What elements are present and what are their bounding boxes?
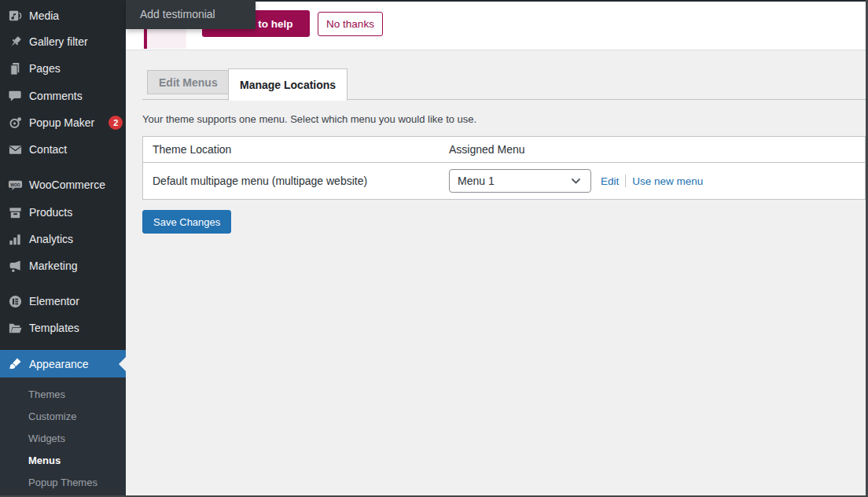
pin-icon: [7, 34, 23, 50]
sidebar-item-label: Marketing: [29, 260, 77, 272]
table-header-row: Theme Location Assigned Menu: [143, 137, 865, 163]
sidebar-item-pages[interactable]: Pages: [0, 55, 126, 82]
use-new-menu-link[interactable]: Use new menu: [632, 175, 703, 187]
sidebar-item-templates[interactable]: Templates: [0, 315, 126, 341]
sidebar-item-analytics[interactable]: Analytics: [0, 226, 126, 252]
sidebar-item-label: Popup Maker: [29, 116, 94, 129]
sidebar-item-label: Elementor: [29, 295, 79, 307]
column-header-assigned-menu: Assigned Menu: [449, 137, 525, 163]
envelope-icon: [7, 142, 23, 157]
menu-locations-table: Theme Location Assigned Menu Default mul…: [142, 136, 866, 200]
sidebar-item-label: Appearance: [29, 358, 89, 370]
sidebar-item-contact[interactable]: Contact: [0, 136, 126, 163]
submenu-item-widgets[interactable]: Widgets: [0, 428, 126, 450]
sidebar-item-marketing[interactable]: Marketing: [0, 252, 126, 279]
sidebar-item-popup-maker[interactable]: Popup Maker 2: [0, 109, 126, 136]
sidebar-item-label: Analytics: [29, 233, 73, 245]
assigned-menu-cell: Menu 1 Edit Use new menu: [449, 169, 703, 193]
sidebar-item-label: Media: [29, 9, 59, 22]
analytics-icon: [7, 231, 23, 247]
sidebar-item-products[interactable]: Products: [0, 199, 126, 226]
link-separator: [625, 175, 626, 187]
sidebar-item-media[interactable]: Media: [0, 2, 126, 29]
add-testimonial-flyout[interactable]: Add testimonial: [126, 0, 256, 29]
sidebar-item-label: Pages: [29, 62, 61, 75]
submenu-item-menus[interactable]: Menus: [0, 450, 126, 472]
table-row: Default multipage menu (multipage websit…: [143, 163, 865, 199]
wordpress-admin-window: I'd love to help No thanks Edit Menus Ma…: [0, 0, 868, 497]
theme-menu-description: Your theme supports one menu. Select whi…: [142, 113, 476, 125]
svg-text:WOO: WOO: [10, 182, 20, 186]
sidebar-item-label: Products: [29, 206, 72, 219]
assigned-menu-selected-value: Menu 1: [458, 175, 495, 187]
column-header-theme-location: Theme Location: [153, 137, 231, 163]
sidebar-item-woocommerce[interactable]: WOO WooCommerce: [0, 171, 126, 198]
active-menu-arrow: [119, 357, 126, 371]
appearance-submenu: Themes Customize Widgets Menus Popup The…: [0, 377, 126, 495]
elementor-icon: [7, 293, 23, 309]
popup-maker-icon: [7, 115, 23, 131]
tab-edit-menus-label: Edit Menus: [159, 76, 218, 89]
appearance-brush-icon: [7, 356, 23, 372]
save-changes-button[interactable]: Save Changes: [142, 210, 231, 234]
sidebar-item-label: Comments: [29, 90, 83, 102]
tab-manage-locations[interactable]: Manage Locations: [228, 68, 348, 101]
products-icon: [7, 204, 23, 220]
sidebar-item-gallery-filter[interactable]: Gallery filter: [0, 28, 126, 55]
woocommerce-icon: WOO: [7, 177, 23, 193]
sidebar-item-label: Templates: [29, 322, 79, 334]
submenu-item-popup-themes[interactable]: Popup Themes: [0, 472, 126, 494]
sidebar-item-label: Gallery filter: [29, 35, 88, 48]
templates-folder-icon: [7, 320, 23, 336]
pages-icon: [7, 61, 23, 76]
no-thanks-button[interactable]: No thanks: [318, 12, 383, 36]
sidebar-item-appearance[interactable]: Appearance: [0, 350, 126, 377]
sidebar-item-comments[interactable]: Comments: [0, 83, 126, 109]
admin-sidebar: Media Gallery filter: [0, 0, 126, 497]
submenu-item-themes[interactable]: Themes: [0, 384, 126, 406]
sidebar-item-elementor[interactable]: Elementor: [0, 288, 126, 315]
theme-location-cell: Default multipage menu (multipage websit…: [153, 175, 367, 187]
chevron-down-icon: [571, 175, 581, 187]
assigned-menu-select[interactable]: Menu 1: [449, 169, 591, 193]
tab-manage-locations-label: Manage Locations: [240, 79, 336, 91]
media-icon: [7, 8, 23, 24]
popup-maker-badge: 2: [108, 116, 123, 130]
submenu-item-customize[interactable]: Customize: [0, 406, 126, 428]
tab-edit-menus[interactable]: Edit Menus: [147, 70, 230, 94]
marketing-icon: [7, 258, 23, 274]
edit-menu-link[interactable]: Edit: [601, 175, 619, 187]
sidebar-item-label: WooCommerce: [29, 179, 105, 191]
comments-icon: [7, 88, 23, 104]
sidebar-item-label: Contact: [29, 143, 67, 156]
